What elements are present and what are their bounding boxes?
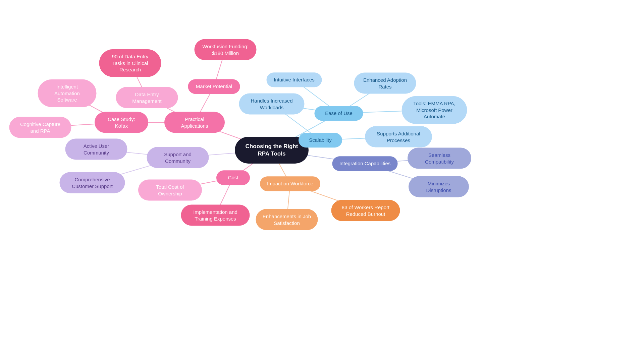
mindmap-container: Choosing the Right RPA ToolsPractical Ap… bbox=[0, 0, 644, 363]
comprehensive-customer-support-node[interactable]: Comprehensive Customer Support bbox=[60, 172, 125, 193]
integration-capabilities-node[interactable]: Integration Capabilities bbox=[332, 156, 398, 171]
total-cost-ownership-node[interactable]: Total Cost of Ownership bbox=[138, 180, 202, 201]
intelligent-automation-node[interactable]: Intelligent Automation Software bbox=[38, 79, 97, 107]
impact-workforce-node[interactable]: Impact on Workforce bbox=[260, 176, 320, 191]
market-potential-node[interactable]: Market Potential bbox=[188, 79, 240, 94]
implementation-training-node[interactable]: Implementation and Training Expenses bbox=[181, 205, 250, 226]
intuitive-interfaces-node[interactable]: Intuitive Interfaces bbox=[267, 72, 322, 87]
seamless-compatibility-node[interactable]: Seamless Compatibility bbox=[408, 148, 471, 169]
scalability-node[interactable]: Scalability bbox=[299, 133, 342, 147]
minimizes-disruptions-node[interactable]: Minimizes Disruptions bbox=[409, 176, 469, 197]
active-user-community-node[interactable]: Active User Community bbox=[65, 139, 127, 160]
case-study-kofax-node[interactable]: Case Study: Kofax bbox=[95, 112, 148, 133]
enhancements-job-node[interactable]: Enhancements in Job Satisfaction bbox=[256, 209, 318, 230]
cost-node[interactable]: Cost bbox=[216, 170, 250, 185]
cognitive-capture-node[interactable]: Cognitive Capture and RPA bbox=[9, 117, 71, 138]
workers-burnout-node[interactable]: 83 of Workers Report Reduced Burnout bbox=[331, 200, 400, 221]
practical-applications-node[interactable]: Practical Applications bbox=[164, 112, 225, 133]
ease-of-use-node[interactable]: Ease of Use bbox=[315, 106, 363, 121]
center-node[interactable]: Choosing the Right RPA Tools bbox=[235, 137, 309, 164]
workfusion-funding-node[interactable]: Workfusion Funding: $180 Million bbox=[195, 39, 257, 60]
data-entry-tasks-node[interactable]: 90 of Data Entry Tasks in Clinical Resea… bbox=[99, 49, 161, 77]
tools-emma-node[interactable]: Tools: EMMA RPA, Microsoft Power Automat… bbox=[402, 96, 467, 124]
enhanced-adoption-node[interactable]: Enhanced Adoption Rates bbox=[354, 73, 416, 94]
support-community-node[interactable]: Support and Community bbox=[147, 147, 209, 168]
supports-processes-node[interactable]: Supports Additional Processes bbox=[365, 126, 432, 147]
data-entry-management-node[interactable]: Data Entry Management bbox=[116, 87, 178, 108]
handles-workloads-node[interactable]: Handles Increased Workloads bbox=[239, 94, 305, 115]
